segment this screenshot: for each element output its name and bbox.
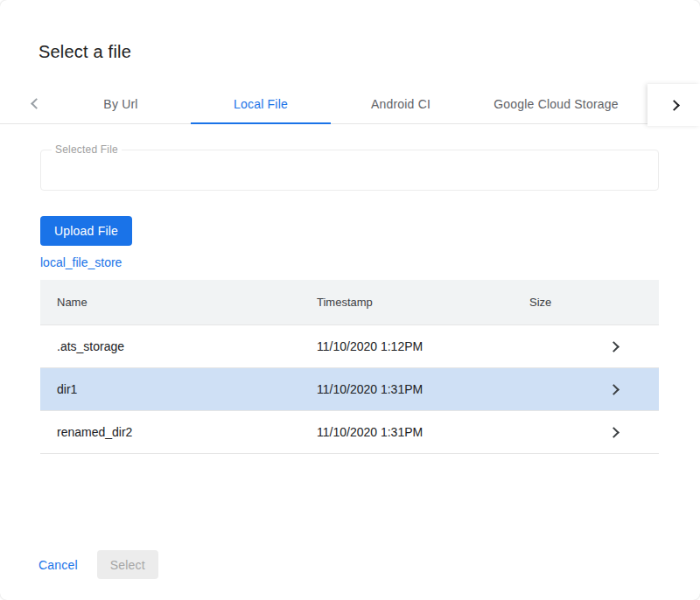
table-row[interactable]: .ats_storage 11/10/2020 1:12PM <box>40 324 659 367</box>
dialog-actions: Cancel Select <box>38 550 158 579</box>
table-row[interactable]: renamed_dir2 11/10/2020 1:31PM <box>40 410 659 453</box>
chevron-right-icon <box>608 427 620 438</box>
local-file-store-link[interactable]: local_file_store <box>40 255 122 269</box>
row-timestamp: 11/10/2020 1:31PM <box>317 425 529 439</box>
row-name: dir1 <box>40 382 317 396</box>
selected-file-field: Selected File <box>40 150 659 191</box>
tabs-prev-button[interactable] <box>21 84 51 123</box>
row-open-button[interactable] <box>606 429 659 436</box>
chevron-right-icon <box>608 341 620 352</box>
dialog-title: Select a file <box>38 41 131 62</box>
tab-android-ci[interactable]: Android CI <box>331 84 471 124</box>
column-header-size: Size <box>529 296 606 309</box>
chevron-right-icon <box>608 384 620 395</box>
upload-file-button[interactable]: Upload File <box>40 216 132 246</box>
selected-file-label: Selected File <box>52 143 122 156</box>
chevron-left-icon <box>31 98 42 109</box>
select-button[interactable]: Select <box>97 550 158 579</box>
tab-by-url[interactable]: By Url <box>51 84 191 124</box>
file-table-header: Name Timestamp Size <box>40 280 659 324</box>
tab-google-cloud-storage[interactable]: Google Cloud Storage <box>471 84 641 124</box>
cancel-button[interactable]: Cancel <box>38 558 78 572</box>
row-timestamp: 11/10/2020 1:31PM <box>317 382 529 396</box>
file-table: Name Timestamp Size .ats_storage 11/10/2… <box>40 280 659 454</box>
row-open-button[interactable] <box>606 386 659 394</box>
selected-file-input[interactable] <box>41 150 658 190</box>
tabs-next-button[interactable] <box>648 84 700 126</box>
row-name: .ats_storage <box>40 339 317 353</box>
column-header-name: Name <box>40 296 317 309</box>
row-name: renamed_dir2 <box>40 425 317 439</box>
tab-bar: By Url Local File Android CI Google Clou… <box>0 84 700 124</box>
row-timestamp: 11/10/2020 1:12PM <box>317 339 529 353</box>
column-header-timestamp: Timestamp <box>317 296 529 309</box>
table-row[interactable]: dir1 11/10/2020 1:31PM <box>40 367 659 410</box>
tab-local-file[interactable]: Local File <box>191 84 331 124</box>
row-open-button[interactable] <box>606 343 659 351</box>
chevron-right-icon <box>668 100 680 111</box>
select-file-dialog: Select a file By Url Local File Android … <box>0 0 700 600</box>
